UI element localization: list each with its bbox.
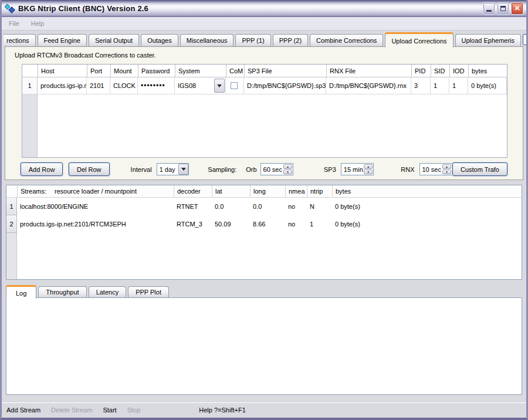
upload-table-empty-area (22, 94, 507, 157)
tab-serial-output[interactable]: Serial Output (89, 34, 139, 46)
maximize-icon (500, 6, 506, 11)
stream-ntrip: N (307, 198, 332, 215)
streams-row-header-strip (6, 233, 17, 279)
stream-bytes: 0 byte(s) (332, 215, 522, 233)
chevron-down-icon (181, 168, 186, 171)
rnx-file-cell[interactable]: D:/tmp/BNC${GPSWD}.rnx (326, 77, 411, 94)
stop-action[interactable]: Stop (127, 407, 141, 414)
header-password: Password (138, 65, 175, 77)
spin-down-icon[interactable]: ▼ (442, 170, 451, 174)
stream-row[interactable]: 2 products.igs-ip.net:2101/RTCM3EPH RTCM… (6, 215, 522, 233)
upload-table: Host Port Mount Password System CoM SP3 … (22, 64, 507, 158)
rnx-spin-buttons: ▲ ▼ (442, 164, 452, 174)
streams-header-mountpoint: Streams: resource loader / mountpoint (17, 185, 174, 197)
del-row-button[interactable]: Del Row (69, 162, 110, 176)
tab-ppp-2[interactable]: PPP (2) (273, 34, 308, 46)
spin-down-icon[interactable]: ▼ (364, 170, 373, 174)
sid-cell[interactable]: 1 (431, 77, 449, 94)
stream-decoder: RTCM_3 (174, 215, 212, 233)
actionbar: Add Stream Delete Stream Start Stop Help… (2, 403, 526, 416)
stream-lat: 50.09 (212, 215, 250, 233)
password-cell[interactable]: •••••••• (138, 77, 175, 94)
tab-log[interactable]: Log (6, 285, 36, 299)
stream-lat: 0.0 (212, 198, 250, 215)
tab-miscellaneous[interactable]: Miscellaneous (180, 34, 234, 46)
upload-corrections-pane: Upload RTCMv3 Broadcast Corrections to c… (5, 46, 523, 180)
header-system: System (175, 65, 226, 77)
custom-trafo-button[interactable]: Custom Trafo (452, 162, 507, 176)
top-tabbar: rections Feed Engine Serial Output Outag… (2, 31, 526, 46)
tab-upload-ephemeris[interactable]: Upload Ephemeris (455, 34, 522, 46)
interval-combobox[interactable]: 1 day (157, 163, 189, 175)
sp3-spinbox[interactable]: 15 min ▲ ▼ (341, 163, 374, 175)
tab-outages[interactable]: Outages (141, 34, 178, 46)
row-number: 1 (22, 77, 38, 94)
streams-header-nmea: nmea (285, 185, 307, 197)
sp3-file-cell[interactable]: D:/tmp/BNC${GPSWD}.sp3 (244, 77, 326, 94)
com-checkbox[interactable] (231, 82, 238, 89)
spin-up-icon[interactable]: ▲ (364, 164, 373, 169)
streams-header: Streams: resource loader / mountpoint de… (6, 185, 522, 198)
menu-file[interactable]: File (2, 20, 25, 27)
system-combobox[interactable]: IGS08 (175, 77, 226, 94)
interval-dropdown-button[interactable] (178, 164, 188, 175)
header-sid: SID (431, 65, 449, 77)
orb-spinbox[interactable]: 60 sec ▲ ▼ (260, 163, 293, 175)
header-iod: IOD (449, 65, 468, 77)
host-cell[interactable]: products.igs-ip.net (38, 77, 87, 94)
tab-feed-engine[interactable]: Feed Engine (38, 34, 87, 46)
stream-long: 0.0 (250, 198, 285, 215)
spin-up-icon[interactable]: ▲ (442, 164, 451, 169)
interval-label: Interval (131, 166, 152, 173)
stream-nmea: no (285, 198, 307, 215)
spin-down-icon[interactable]: ▼ (283, 170, 292, 174)
header-bytes: bytes (468, 65, 507, 77)
system-value: IGS08 (178, 82, 196, 89)
iod-cell[interactable]: 1 (449, 77, 468, 94)
com-cell (226, 77, 244, 94)
tab-ppp-plot[interactable]: PPP Plot (128, 286, 169, 297)
start-action[interactable]: Start (103, 407, 116, 414)
window-title: BKG Ntrip Client (BNC) Version 2.6 (18, 4, 481, 13)
port-cell[interactable]: 2101 (87, 77, 110, 94)
orb-spin-buttons: ▲ ▼ (283, 164, 293, 174)
mount-cell[interactable]: CLOCK (110, 77, 138, 94)
pid-cell[interactable]: 3 (411, 77, 431, 94)
tab-throughput[interactable]: Throughput (38, 286, 86, 297)
streams-header-lat: lat (212, 185, 250, 197)
tab-scroll-left-icon[interactable]: ◀ (523, 34, 528, 45)
stream-row-number: 1 (6, 198, 17, 215)
tab-ppp-1[interactable]: PPP (1) (235, 34, 270, 46)
row-header-strip (22, 94, 38, 157)
menu-help[interactable]: Help (25, 20, 50, 27)
header-rnx-file: RNX File (326, 65, 411, 77)
stream-row[interactable]: 1 localhost:8000/ENGINE RTNET 0.0 0.0 no… (6, 198, 522, 215)
spin-up-icon[interactable]: ▲ (283, 164, 292, 169)
close-button[interactable]: ✕ (511, 2, 523, 15)
stream-mountpoint: products.igs-ip.net:2101/RTCM3EPH (17, 215, 174, 233)
tab-upload-corrections[interactable]: Upload Corrections (385, 32, 453, 48)
bytes-cell: 0 byte(s) (468, 77, 507, 94)
delete-stream-action[interactable]: Delete Stream (51, 407, 92, 414)
tab-latency[interactable]: Latency (89, 286, 127, 297)
streams-header-long: long (250, 185, 285, 197)
streams-empty-area (6, 233, 522, 279)
system-dropdown-button[interactable] (214, 79, 225, 93)
tab-combine-corrections[interactable]: Combine Corrections (310, 34, 383, 46)
upload-controls: Add Row Del Row Interval 1 day Sampling:… (21, 162, 507, 176)
app-window: BKG Ntrip Client (BNC) Version 2.6 ✕ Fil… (0, 0, 528, 420)
add-row-button[interactable]: Add Row (21, 162, 63, 176)
maximize-button[interactable] (497, 2, 509, 15)
titlebar[interactable]: BKG Ntrip Client (BNC) Version 2.6 ✕ (2, 0, 526, 17)
rnx-spinbox[interactable]: 10 sec ▲ ▼ (419, 163, 452, 175)
stream-row-number: 2 (6, 215, 17, 233)
stream-ntrip: 1 (307, 215, 332, 233)
streams-table: Streams: resource loader / mountpoint de… (6, 185, 522, 280)
tab-corrections[interactable]: rections (4, 34, 36, 46)
help-shortcut-label: Help ?=Shift+F1 (199, 407, 246, 414)
upload-table-row: 1 products.igs-ip.net 2101 CLOCK •••••••… (22, 77, 507, 94)
minimize-button[interactable] (483, 2, 495, 15)
header-host: Host (38, 65, 87, 77)
log-panel[interactable] (6, 297, 522, 395)
add-stream-action[interactable]: Add Stream (6, 407, 40, 414)
